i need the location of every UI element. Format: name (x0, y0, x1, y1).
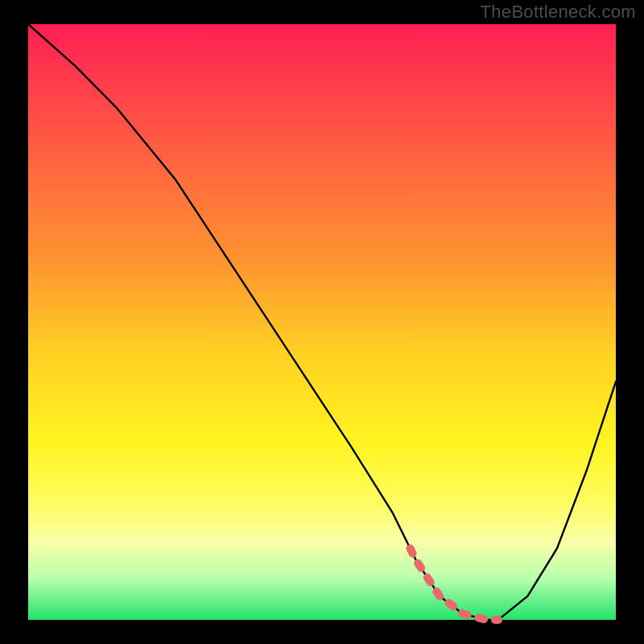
plot-area (28, 24, 616, 620)
optimum-highlight (411, 548, 499, 620)
curve-svg (28, 24, 616, 620)
bottleneck-curve-path (28, 24, 616, 620)
chart-frame: TheBottleneck.com (0, 0, 644, 644)
watermark-text: TheBottleneck.com (481, 2, 636, 23)
